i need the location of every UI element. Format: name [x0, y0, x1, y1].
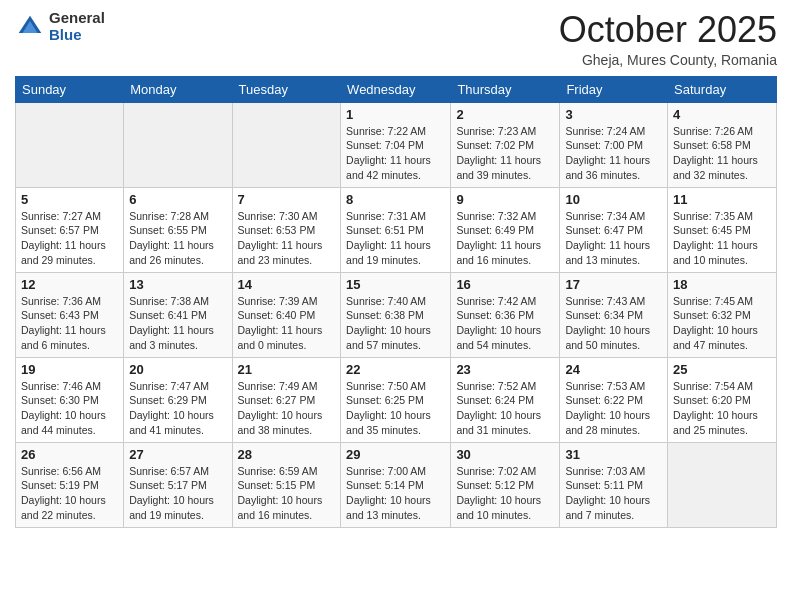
- logo-icon: [15, 12, 45, 42]
- logo: General Blue: [15, 10, 105, 43]
- calendar-cell: 13Sunrise: 7:38 AM Sunset: 6:41 PM Dayli…: [124, 272, 232, 357]
- day-number: 28: [238, 447, 336, 462]
- calendar-cell: 10Sunrise: 7:34 AM Sunset: 6:47 PM Dayli…: [560, 187, 668, 272]
- calendar-cell: 14Sunrise: 7:39 AM Sunset: 6:40 PM Dayli…: [232, 272, 341, 357]
- day-info: Sunrise: 7:30 AM Sunset: 6:53 PM Dayligh…: [238, 209, 336, 268]
- calendar-cell: 21Sunrise: 7:49 AM Sunset: 6:27 PM Dayli…: [232, 357, 341, 442]
- weekday-header-wednesday: Wednesday: [341, 76, 451, 102]
- day-number: 25: [673, 362, 771, 377]
- day-number: 6: [129, 192, 226, 207]
- calendar-cell: 1Sunrise: 7:22 AM Sunset: 7:04 PM Daylig…: [341, 102, 451, 187]
- day-number: 8: [346, 192, 445, 207]
- day-number: 9: [456, 192, 554, 207]
- weekday-header-sunday: Sunday: [16, 76, 124, 102]
- week-row-5: 26Sunrise: 6:56 AM Sunset: 5:19 PM Dayli…: [16, 442, 777, 527]
- day-number: 20: [129, 362, 226, 377]
- day-number: 12: [21, 277, 118, 292]
- day-number: 1: [346, 107, 445, 122]
- month-title: October 2025: [559, 10, 777, 50]
- day-info: Sunrise: 7:24 AM Sunset: 7:00 PM Dayligh…: [565, 124, 662, 183]
- day-info: Sunrise: 7:47 AM Sunset: 6:29 PM Dayligh…: [129, 379, 226, 438]
- calendar-cell: 12Sunrise: 7:36 AM Sunset: 6:43 PM Dayli…: [16, 272, 124, 357]
- weekday-header-row: SundayMondayTuesdayWednesdayThursdayFrid…: [16, 76, 777, 102]
- day-info: Sunrise: 7:39 AM Sunset: 6:40 PM Dayligh…: [238, 294, 336, 353]
- week-row-3: 12Sunrise: 7:36 AM Sunset: 6:43 PM Dayli…: [16, 272, 777, 357]
- calendar-cell: 8Sunrise: 7:31 AM Sunset: 6:51 PM Daylig…: [341, 187, 451, 272]
- calendar-cell: 7Sunrise: 7:30 AM Sunset: 6:53 PM Daylig…: [232, 187, 341, 272]
- day-number: 4: [673, 107, 771, 122]
- day-number: 26: [21, 447, 118, 462]
- day-number: 29: [346, 447, 445, 462]
- calendar-cell: 19Sunrise: 7:46 AM Sunset: 6:30 PM Dayli…: [16, 357, 124, 442]
- week-row-4: 19Sunrise: 7:46 AM Sunset: 6:30 PM Dayli…: [16, 357, 777, 442]
- day-info: Sunrise: 7:03 AM Sunset: 5:11 PM Dayligh…: [565, 464, 662, 523]
- day-number: 21: [238, 362, 336, 377]
- calendar-cell: 17Sunrise: 7:43 AM Sunset: 6:34 PM Dayli…: [560, 272, 668, 357]
- page: General Blue October 2025 Gheja, Mures C…: [0, 0, 792, 612]
- day-info: Sunrise: 7:43 AM Sunset: 6:34 PM Dayligh…: [565, 294, 662, 353]
- day-info: Sunrise: 7:54 AM Sunset: 6:20 PM Dayligh…: [673, 379, 771, 438]
- day-number: 17: [565, 277, 662, 292]
- calendar-cell: 25Sunrise: 7:54 AM Sunset: 6:20 PM Dayli…: [668, 357, 777, 442]
- day-info: Sunrise: 7:42 AM Sunset: 6:36 PM Dayligh…: [456, 294, 554, 353]
- day-number: 31: [565, 447, 662, 462]
- logo-blue-text: Blue: [49, 27, 105, 44]
- day-number: 15: [346, 277, 445, 292]
- calendar-cell: 9Sunrise: 7:32 AM Sunset: 6:49 PM Daylig…: [451, 187, 560, 272]
- calendar-cell: 6Sunrise: 7:28 AM Sunset: 6:55 PM Daylig…: [124, 187, 232, 272]
- calendar-cell: [668, 442, 777, 527]
- calendar-cell: 16Sunrise: 7:42 AM Sunset: 6:36 PM Dayli…: [451, 272, 560, 357]
- weekday-header-monday: Monday: [124, 76, 232, 102]
- calendar-cell: 15Sunrise: 7:40 AM Sunset: 6:38 PM Dayli…: [341, 272, 451, 357]
- day-info: Sunrise: 7:26 AM Sunset: 6:58 PM Dayligh…: [673, 124, 771, 183]
- calendar-cell: 4Sunrise: 7:26 AM Sunset: 6:58 PM Daylig…: [668, 102, 777, 187]
- day-number: 13: [129, 277, 226, 292]
- day-info: Sunrise: 7:34 AM Sunset: 6:47 PM Dayligh…: [565, 209, 662, 268]
- day-info: Sunrise: 7:36 AM Sunset: 6:43 PM Dayligh…: [21, 294, 118, 353]
- day-info: Sunrise: 7:46 AM Sunset: 6:30 PM Dayligh…: [21, 379, 118, 438]
- day-number: 22: [346, 362, 445, 377]
- calendar-cell: 29Sunrise: 7:00 AM Sunset: 5:14 PM Dayli…: [341, 442, 451, 527]
- calendar-cell: 28Sunrise: 6:59 AM Sunset: 5:15 PM Dayli…: [232, 442, 341, 527]
- weekday-header-thursday: Thursday: [451, 76, 560, 102]
- calendar-cell: 23Sunrise: 7:52 AM Sunset: 6:24 PM Dayli…: [451, 357, 560, 442]
- day-info: Sunrise: 7:27 AM Sunset: 6:57 PM Dayligh…: [21, 209, 118, 268]
- day-number: 11: [673, 192, 771, 207]
- week-row-1: 1Sunrise: 7:22 AM Sunset: 7:04 PM Daylig…: [16, 102, 777, 187]
- weekday-header-saturday: Saturday: [668, 76, 777, 102]
- calendar-cell: 11Sunrise: 7:35 AM Sunset: 6:45 PM Dayli…: [668, 187, 777, 272]
- header: General Blue October 2025 Gheja, Mures C…: [15, 10, 777, 68]
- day-number: 3: [565, 107, 662, 122]
- day-info: Sunrise: 7:28 AM Sunset: 6:55 PM Dayligh…: [129, 209, 226, 268]
- calendar-cell: 22Sunrise: 7:50 AM Sunset: 6:25 PM Dayli…: [341, 357, 451, 442]
- calendar-cell: 2Sunrise: 7:23 AM Sunset: 7:02 PM Daylig…: [451, 102, 560, 187]
- day-info: Sunrise: 7:32 AM Sunset: 6:49 PM Dayligh…: [456, 209, 554, 268]
- day-info: Sunrise: 7:49 AM Sunset: 6:27 PM Dayligh…: [238, 379, 336, 438]
- day-number: 18: [673, 277, 771, 292]
- logo-text: General Blue: [49, 10, 105, 43]
- day-number: 24: [565, 362, 662, 377]
- day-info: Sunrise: 7:22 AM Sunset: 7:04 PM Dayligh…: [346, 124, 445, 183]
- day-info: Sunrise: 7:45 AM Sunset: 6:32 PM Dayligh…: [673, 294, 771, 353]
- day-info: Sunrise: 6:56 AM Sunset: 5:19 PM Dayligh…: [21, 464, 118, 523]
- day-info: Sunrise: 7:50 AM Sunset: 6:25 PM Dayligh…: [346, 379, 445, 438]
- calendar-cell: [232, 102, 341, 187]
- calendar-cell: 27Sunrise: 6:57 AM Sunset: 5:17 PM Dayli…: [124, 442, 232, 527]
- calendar-cell: 24Sunrise: 7:53 AM Sunset: 6:22 PM Dayli…: [560, 357, 668, 442]
- calendar-cell: 30Sunrise: 7:02 AM Sunset: 5:12 PM Dayli…: [451, 442, 560, 527]
- day-info: Sunrise: 7:40 AM Sunset: 6:38 PM Dayligh…: [346, 294, 445, 353]
- weekday-header-tuesday: Tuesday: [232, 76, 341, 102]
- day-info: Sunrise: 7:00 AM Sunset: 5:14 PM Dayligh…: [346, 464, 445, 523]
- day-number: 2: [456, 107, 554, 122]
- title-block: October 2025 Gheja, Mures County, Romani…: [559, 10, 777, 68]
- day-info: Sunrise: 6:59 AM Sunset: 5:15 PM Dayligh…: [238, 464, 336, 523]
- day-number: 23: [456, 362, 554, 377]
- logo-general-text: General: [49, 10, 105, 27]
- day-number: 19: [21, 362, 118, 377]
- calendar-cell: [124, 102, 232, 187]
- day-number: 5: [21, 192, 118, 207]
- day-info: Sunrise: 7:02 AM Sunset: 5:12 PM Dayligh…: [456, 464, 554, 523]
- day-number: 16: [456, 277, 554, 292]
- location: Gheja, Mures County, Romania: [559, 52, 777, 68]
- day-number: 7: [238, 192, 336, 207]
